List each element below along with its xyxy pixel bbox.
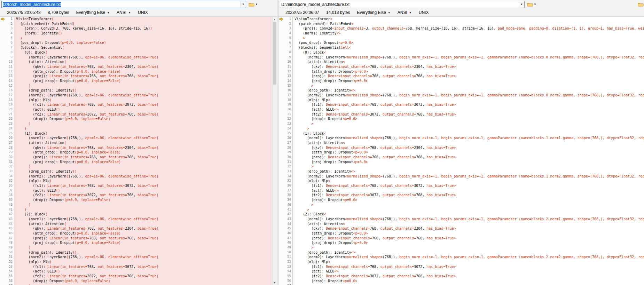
code-text[interactable]: VisionTransformer< [293, 17, 644, 22]
code-line[interactable]: 14 (proj_drop): Dropout(p=0.0, inplace=F… [0, 79, 272, 84]
code-line[interactable]: 34 (norm2): LayerNorm((768,), eps=1e-06,… [0, 174, 272, 179]
code-text[interactable]: (norm2): LayerNorm<normalized_shape=(768… [293, 255, 644, 260]
code-text[interactable]: (attn): Attention< [293, 60, 644, 64]
code-text[interactable]: (drop_path): Identity() [14, 88, 272, 93]
code-text[interactable]: (drop_path): Identity<> [293, 250, 644, 255]
code-line[interactable]: 8 (0): Block( [0, 50, 272, 55]
code-line[interactable]: 19 (fc1): Linear(in_features=768, out_fe… [0, 102, 272, 107]
code-line[interactable]: 47 (proj): Dense<input_channels=768, out… [278, 236, 644, 241]
code-line[interactable]: 27 (attn): Attention< [278, 141, 644, 145]
code-line[interactable]: 32 ) [0, 164, 272, 169]
code-text[interactable]: (mlp): Mlp< [293, 179, 644, 183]
code-line[interactable]: 34 (norm2): LayerNorm<normalized_shape=(… [278, 174, 644, 179]
code-text[interactable]: (proj_drop): Dropout<p=0.0> [293, 79, 644, 84]
code-text[interactable]: (drop): Dropout<p=0.0> [293, 198, 644, 203]
code-line[interactable]: 32 > [278, 164, 644, 169]
code-text[interactable]: (proj_drop): Dropout<p=0.0> [293, 240, 644, 245]
code-text[interactable]: (patch_embed): PatchEmbed( [14, 22, 272, 26]
code-text[interactable]: > [293, 126, 644, 131]
code-text[interactable]: (norm1): LayerNorm<normalized_shape=(768… [293, 217, 644, 222]
code-text[interactable]: (fc2): Linear(in_features=3072, out_feat… [14, 112, 272, 117]
code-text[interactable]: > [293, 164, 644, 169]
code-line[interactable]: 6 (pos_drop): Dropout<p=0.0> [278, 40, 644, 45]
code-text[interactable]: (pos_drop): Dropout<p=0.0> [293, 40, 644, 45]
code-line[interactable]: 31 (proj_drop): Dropout(p=0.0, inplace=F… [0, 160, 272, 165]
code-line[interactable]: 12 (attn_drop): Dropout(p=0.0, inplace=F… [0, 69, 272, 74]
code-line[interactable]: 33 (drop_path): Identity() [0, 169, 272, 174]
code-line[interactable]: 17 (norm2): LayerNorm((768,), eps=1e-06,… [0, 93, 272, 98]
file-format-dropdown[interactable]: Everything Else ▼ [76, 10, 110, 15]
code-text[interactable]: (fc2): Dense<input_channels=3072, output… [293, 112, 644, 117]
scroll-down-arrow-icon[interactable]: ▼ [273, 280, 277, 285]
code-text[interactable]: (fc2): Linear(in_features=3072, out_feat… [14, 274, 272, 279]
code-line[interactable]: 8 (0): Block< [278, 50, 644, 55]
left-browse-folder-button[interactable]: ▼ [248, 2, 259, 7]
code-line[interactable]: 7 (blocks): SequentialCell< [278, 45, 644, 50]
code-line[interactable]: 4 (norm): Identity<> [278, 31, 644, 36]
code-line[interactable]: 48 (proj_drop): Dropout<p=0.0> [278, 240, 644, 245]
code-text[interactable]: (fc1): Dense<input_channels=768, output_… [293, 102, 644, 107]
code-line[interactable]: 20 (act): GELU<> [278, 107, 644, 112]
code-text[interactable]: (act): GELU() [14, 107, 272, 112]
code-line[interactable]: 31 (proj_drop): Dropout<p=0.0> [278, 160, 644, 165]
left-code-editor[interactable]: 1VisionTransformer(2 (patch_embed): Patc… [0, 16, 277, 285]
code-text[interactable]: VisionTransformer( [14, 17, 272, 22]
code-text[interactable]: (attn): Attention( [14, 222, 272, 227]
code-line[interactable]: 29 (attn_drop): Dropout(p=0.0, inplace=F… [0, 150, 272, 155]
code-text[interactable]: (norm1): LayerNorm((768,), eps=1e-06, el… [14, 217, 272, 222]
code-line[interactable]: 45 (qkv): Dense<input_channels=768, outp… [278, 226, 644, 231]
code-text[interactable]: (drop): Dropout(p=0.0, inplace=False) [14, 198, 272, 203]
code-text[interactable]: (fc2): Linear(in_features=3072, out_feat… [14, 193, 272, 198]
code-line[interactable]: 25 (1): Block< [278, 131, 644, 136]
code-line[interactable]: 36 (fc1): Linear(in_features=768, out_fe… [0, 183, 272, 188]
code-line[interactable]: 28 (qkv): Linear(in_features=768, out_fe… [0, 145, 272, 150]
code-text[interactable]: (proj): Conv2d<input_channels=3, output_… [293, 26, 644, 31]
code-text[interactable]: ) [14, 207, 272, 212]
code-line[interactable]: 18 (mlp): Mlp( [0, 98, 272, 103]
code-line[interactable]: 2 (patch_embed): PatchEmbed( [0, 22, 272, 26]
code-text[interactable]: (attn_drop): Dropout(p=0.0, inplace=Fals… [14, 231, 272, 236]
code-line[interactable]: 51 (norm2): LayerNorm<normalized_shape=(… [278, 255, 644, 260]
code-line[interactable]: 40 > [278, 203, 644, 207]
code-line[interactable]: 30 (proj): Dense<input_channels=768, out… [278, 155, 644, 160]
scrollbar-thumb[interactable] [273, 22, 276, 85]
code-text[interactable]: (blocks): SequentialCell< [293, 45, 644, 50]
code-line[interactable]: 28 (qkv): Dense<input_channels=768, outp… [278, 145, 644, 150]
code-text[interactable]: (norm1): LayerNorm((768,), eps=1e-06, el… [14, 55, 272, 60]
code-line[interactable]: 42 (2): Block( [0, 212, 272, 217]
code-line[interactable]: 46 (attn_drop): Dropout(p=0.0, inplace=F… [0, 231, 272, 236]
left-file-path-combobox[interactable]: D:\torch_model_architecture.txt ▼ [1, 1, 246, 8]
line-endings-dropdown[interactable]: UNIX [138, 10, 148, 15]
code-line[interactable]: 49 ) [0, 245, 272, 250]
line-endings-dropdown[interactable]: UNIX [419, 10, 429, 15]
code-text[interactable]: (pos_drop): Dropout(p=0.0, inplace=False… [14, 40, 272, 45]
code-text[interactable]: (norm2): LayerNorm<normalized_shape=(768… [293, 174, 644, 179]
code-text[interactable]: (fc2): Dense<input_channels=3072, output… [293, 193, 644, 198]
code-line[interactable]: 55 (fc2): Dense<input_channels=3072, out… [278, 274, 644, 279]
code-line[interactable]: 13 (proj): Dense<input_channels=768, out… [278, 74, 644, 79]
code-line[interactable]: 27 (attn): Attention( [0, 141, 272, 145]
code-line[interactable]: 12 (attn_drop): Dropout<p=0.0> [278, 69, 644, 74]
code-line[interactable]: 1VisionTransformer< [278, 17, 644, 22]
code-line[interactable]: 16 (drop_path): Identity<> [278, 88, 644, 93]
code-text[interactable]: (attn): Attention< [293, 141, 644, 145]
code-line[interactable]: 38 (fc2): Linear(in_features=3072, out_f… [0, 193, 272, 198]
code-line[interactable]: 5 > [278, 36, 644, 41]
code-text[interactable]: (proj_drop): Dropout(p=0.0, inplace=Fals… [14, 240, 272, 245]
code-line[interactable]: 17 (norm2): LayerNorm<normalized_shape=(… [278, 93, 644, 98]
code-text[interactable]: (qkv): Dense<input_channels=768, output_… [293, 64, 644, 69]
code-line[interactable]: 36 (fc1): Dense<input_channels=768, outp… [278, 183, 644, 188]
code-text[interactable]: (proj): Linear(in_features=768, out_feat… [14, 74, 272, 79]
code-line[interactable]: 55 (fc2): Linear(in_features=3072, out_f… [0, 274, 272, 279]
code-line[interactable]: 21 (fc2): Dense<input_channels=3072, out… [278, 112, 644, 117]
code-line[interactable]: 9 (norm1): LayerNorm<normalized_shape=(7… [278, 55, 644, 60]
code-text[interactable]: (proj_drop): Dropout(p=0.0, inplace=Fals… [14, 79, 272, 84]
code-line[interactable]: 38 (fc2): Dense<input_channels=3072, out… [278, 193, 644, 198]
code-line[interactable]: 50 (drop_path): Identity<> [278, 250, 644, 255]
code-text[interactable]: (qkv): Linear(in_features=768, out_featu… [14, 145, 272, 150]
code-line[interactable]: 56 (drop): Dropout(p=0.0, inplace=False) [0, 279, 272, 284]
right-file-path-combobox[interactable]: D:\mindspore_model_architecture.txt ▼ [280, 1, 525, 8]
code-text[interactable]: (fc1): Dense<input_channels=768, output_… [293, 183, 644, 188]
code-line[interactable]: 35 (mlp): Mlp( [0, 179, 272, 183]
code-line[interactable]: 11 (qkv): Linear(in_features=768, out_fe… [0, 64, 272, 69]
